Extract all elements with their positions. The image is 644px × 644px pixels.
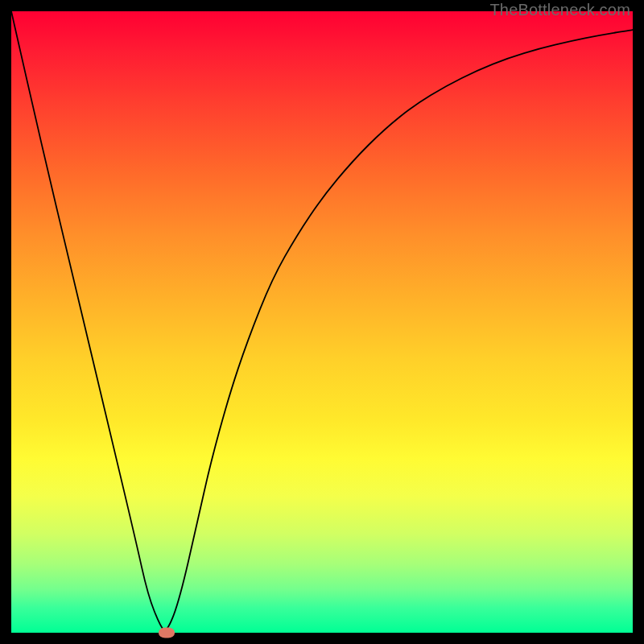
chart-frame	[11, 11, 633, 633]
watermark: TheBottleneck.com	[489, 1, 630, 19]
bottleneck-curve	[11, 11, 633, 633]
optimal-point-marker	[159, 628, 175, 638]
